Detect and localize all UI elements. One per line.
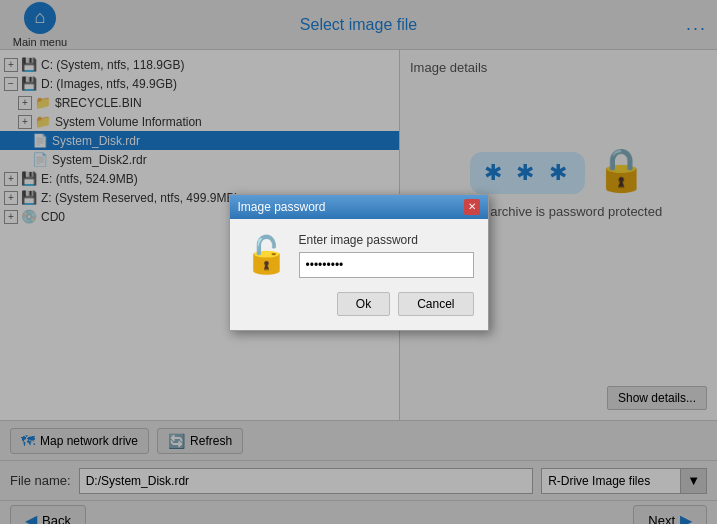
cancel-button[interactable]: Cancel [398,292,473,316]
modal-title-bar: Image password ✕ [230,195,488,219]
modal-title: Image password [238,200,326,214]
password-input[interactable] [299,252,474,278]
modal-body: 🔓 Enter image password Ok Cancel [230,219,488,330]
modal-content: Enter image password [299,233,474,278]
modal-prompt: Enter image password [299,233,474,247]
image-password-modal: Image password ✕ 🔓 Enter image password … [229,194,489,331]
padlock-icon: 🔓 [244,234,289,276]
modal-buttons: Ok Cancel [244,292,474,316]
modal-row: 🔓 Enter image password [244,233,474,278]
modal-close-button[interactable]: ✕ [464,199,480,215]
ok-button[interactable]: Ok [337,292,390,316]
modal-overlay: Image password ✕ 🔓 Enter image password … [0,0,717,524]
